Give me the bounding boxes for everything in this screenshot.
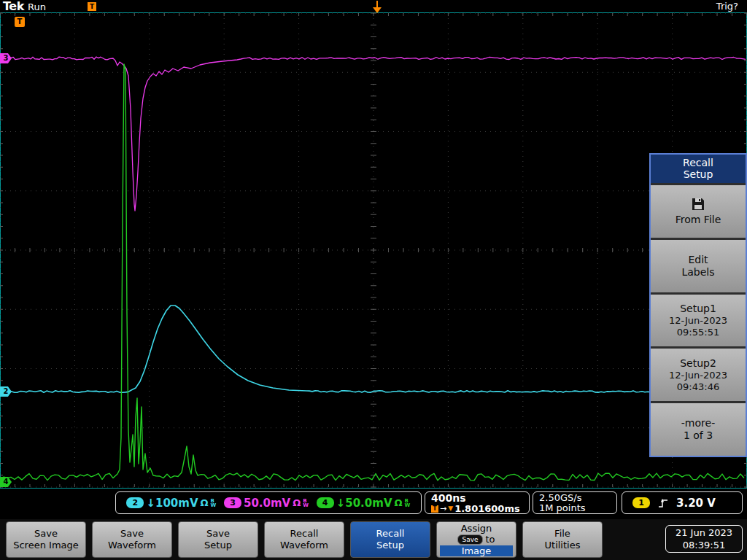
- ch4-coupling: Ω: [395, 497, 403, 508]
- save-waveform-line2: Waveform: [108, 540, 156, 551]
- trigger-position-marker[interactable]: [372, 1, 382, 13]
- assign-save-button[interactable]: Assign Save to Image: [436, 521, 516, 558]
- from-file-label: From File: [676, 214, 721, 226]
- save-setup-line1: Save: [206, 528, 230, 540]
- save-screen-line2: Screen Image: [13, 540, 79, 551]
- waveform-display: [0, 0, 747, 560]
- current-time: 08:39:51: [683, 539, 725, 551]
- menu-setup1-button[interactable]: Setup1 12-Jun-2023 09:55:51: [651, 295, 746, 347]
- save-setup-button[interactable]: Save Setup: [178, 521, 258, 558]
- save-key-badge: Save: [457, 534, 482, 545]
- floppy-disk-icon: [690, 197, 706, 211]
- setup1-date: 12-Jun-2023: [669, 315, 727, 327]
- more-label: -more-: [681, 417, 715, 429]
- menu-more-button[interactable]: -more- 1 of 3: [651, 403, 746, 456]
- ch3-bandwidth-indicator: BW: [303, 499, 309, 508]
- recall-setup-line2: Setup: [376, 540, 404, 551]
- recall-waveform-line2: Waveform: [280, 540, 328, 551]
- tek-logo: Tek: [3, 0, 24, 13]
- trigger-record-icon: T: [88, 2, 96, 11]
- record-length: 1M points: [539, 503, 611, 513]
- horizontal-scale: 400ns: [431, 493, 523, 504]
- save-waveform-button[interactable]: Save Waveform: [92, 521, 172, 558]
- assign-target-value: Image: [440, 545, 512, 556]
- ch2-bandwidth-indicator: BW: [211, 499, 217, 508]
- file-utilities-line1: File: [554, 528, 570, 540]
- side-menu-title: Recall Setup: [651, 155, 746, 183]
- trigger-position-arrow-icon: [373, 7, 382, 13]
- ch4-bandwidth-indicator: BW: [405, 499, 411, 508]
- assign-to-label: to: [486, 534, 495, 545]
- side-menu-title-line2: Setup: [651, 168, 746, 180]
- trace-ch4: [0, 64, 744, 481]
- trace-ch2: [0, 306, 747, 392]
- recall-waveform-button[interactable]: Recall Waveform: [264, 521, 344, 558]
- ch2-scale: ↓100mV: [146, 497, 198, 510]
- ch4-readout: 4 ↓50.0mV Ω BW: [317, 497, 411, 510]
- assign-middle-row: Save to: [457, 534, 495, 545]
- recall-setup-line1: Recall: [376, 528, 405, 540]
- setup2-time: 09:43:46: [677, 381, 719, 393]
- acquisition-status: Run: [28, 1, 46, 12]
- setup1-time: 09:55:51: [677, 327, 719, 338]
- ch3-coupling: Ω: [293, 497, 301, 508]
- horizontal-delay-readout: T → ▼ 1.801600ms: [431, 504, 523, 513]
- trigger-status-label: Trig?: [716, 1, 738, 12]
- assign-line1: Assign: [461, 523, 492, 534]
- readout-bar: 2 ↓100mV Ω BW 3 50.0mV Ω BW 4 ↓50.0mV Ω …: [0, 489, 747, 519]
- trigger-source-badge: 1: [632, 497, 650, 508]
- setup2-date: 12-Jun-2023: [669, 370, 727, 381]
- menu-edit-labels-button[interactable]: Edit Labels: [651, 240, 746, 292]
- trigger-level-value: 3.20 V: [676, 497, 716, 510]
- ch3-readout: 3 50.0mV Ω BW: [224, 497, 309, 510]
- bottom-menu-buttons: Save Screen Image Save Waveform Save Set…: [6, 521, 603, 558]
- rising-edge-icon: [657, 497, 669, 509]
- ch2-badge: 2: [126, 497, 144, 508]
- date-time-display: 21 Jun 2023 08:39:51: [665, 525, 743, 553]
- save-waveform-line1: Save: [120, 528, 144, 540]
- trace-ch3: [0, 57, 746, 211]
- recall-setup-button[interactable]: Recall Setup: [350, 521, 430, 558]
- arrow-right-icon: →: [440, 505, 446, 513]
- menu-setup2-button[interactable]: Setup2 12-Jun-2023 09:43:46: [651, 349, 746, 401]
- file-utilities-button[interactable]: File Utilities: [522, 521, 603, 558]
- oscilloscope-screen: Tek Run T Trig? T 3 2 4 Recall Setup Fro…: [0, 0, 747, 560]
- side-menu-panel: Recall Setup From File Edit Labels Setup…: [649, 153, 747, 457]
- menu-from-file-button[interactable]: From File: [651, 185, 746, 238]
- save-screen-line1: Save: [34, 528, 58, 540]
- current-date: 21 Jun 2023: [676, 526, 732, 539]
- bottom-menu-bar: Save Screen Image Save Waveform Save Set…: [0, 519, 747, 560]
- ch4-badge: 4: [317, 497, 334, 508]
- horizontal-readout-box: 400ns T → ▼ 1.801600ms: [425, 491, 530, 514]
- acquisition-readout-box: 2.50GS/s 1M points: [533, 491, 617, 514]
- save-setup-line2: Setup: [204, 540, 232, 551]
- recall-waveform-line1: Recall: [290, 528, 319, 540]
- ch3-badge: 3: [224, 497, 241, 508]
- horizontal-delay-value: 1.801600ms: [454, 503, 520, 514]
- ch2-readout: 2 ↓100mV Ω BW: [126, 497, 216, 510]
- trigger-readout-box: 1 3.20 V: [622, 491, 743, 514]
- channel-readouts-box: 2 ↓100mV Ω BW 3 50.0mV Ω BW 4 ↓50.0mV Ω …: [115, 491, 422, 514]
- file-utilities-line2: Utilities: [545, 540, 581, 551]
- setup2-label: Setup2: [680, 357, 716, 370]
- setup1-label: Setup1: [680, 303, 716, 315]
- edit-labels-line2: Labels: [681, 266, 714, 279]
- trigger-level-marker[interactable]: T: [15, 17, 25, 27]
- trigger-t-icon: T: [431, 505, 438, 513]
- ch2-coupling: Ω: [201, 497, 209, 508]
- edit-labels-line1: Edit: [688, 254, 708, 266]
- sample-rate: 2.50GS/s: [539, 493, 611, 503]
- more-page-indicator: 1 of 3: [684, 429, 713, 442]
- save-screen-image-button[interactable]: Save Screen Image: [6, 521, 86, 558]
- delay-marker-icon: ▼: [448, 505, 453, 513]
- ch3-scale: 50.0mV: [244, 497, 290, 510]
- ch4-scale: ↓50.0mV: [336, 497, 392, 510]
- side-menu-title-line1: Recall: [651, 157, 746, 168]
